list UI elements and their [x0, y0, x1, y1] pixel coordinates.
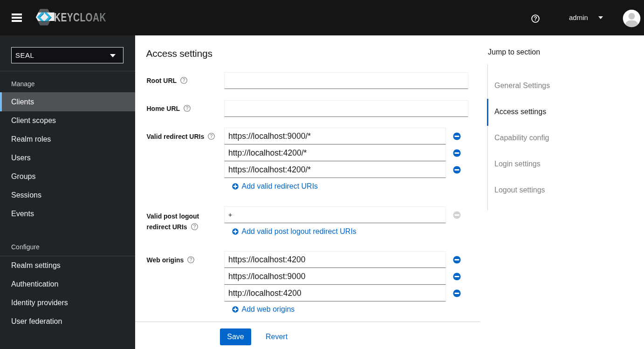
- svg-text:?: ?: [190, 257, 192, 262]
- svg-text:?: ?: [183, 78, 185, 83]
- svg-text:?: ?: [534, 15, 537, 22]
- svg-text:?: ?: [193, 224, 196, 229]
- svg-text:?: ?: [210, 134, 213, 139]
- svg-text:?: ?: [186, 106, 189, 111]
